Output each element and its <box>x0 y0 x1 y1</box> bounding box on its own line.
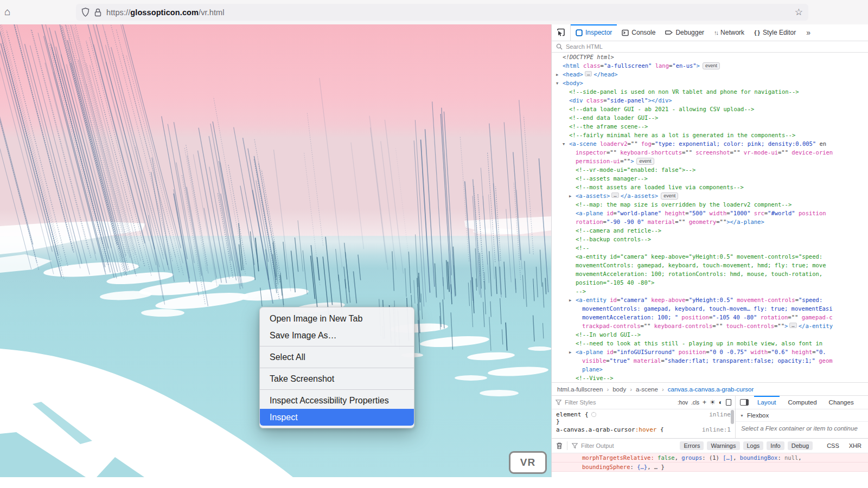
devtools-tab-console[interactable]: Console <box>617 24 660 41</box>
pseudo-class-toggle[interactable]: :hov <box>678 400 688 406</box>
collapsed-ellipsis[interactable]: … <box>585 71 592 76</box>
shield-icon[interactable] <box>81 8 90 17</box>
lock-icon[interactable] <box>94 8 101 17</box>
markup-line[interactable]: visible="true" material="shader:flat; tr… <box>552 356 868 365</box>
expand-arrow-icon[interactable]: ▶ <box>569 296 576 305</box>
console-level-logs[interactable]: Logs <box>743 441 764 450</box>
url-bar[interactable]: https://glossopticon.com/vr.html ☆ <box>76 4 808 21</box>
expand-arrow-icon[interactable]: ▶ <box>569 192 576 201</box>
menu-item-save-image-as[interactable]: Save Image As… <box>260 327 414 344</box>
console-error-line[interactable]: morphTargetsRelative: false, groups: (1)… <box>552 453 868 463</box>
markup-line[interactable]: trackpad-controls="" keyboard-controls="… <box>552 322 868 330</box>
markup-line[interactable]: movementAcceleration: 100; rotationContr… <box>552 269 868 278</box>
console-level-debug[interactable]: Debug <box>788 441 813 450</box>
markup-line[interactable]: ▶<a-assets>…</a-assets>event <box>552 191 868 200</box>
markup-line[interactable]: <!DOCTYPE html> <box>552 53 868 61</box>
filter-styles-input[interactable]: Filter Styles <box>565 399 596 406</box>
markup-line[interactable]: movementControls: gamepad, keyboard, tou… <box>552 304 868 313</box>
enter-vr-button[interactable]: VR <box>509 451 547 474</box>
markup-line[interactable]: ▶<a-plane id="infoGUISurround" position=… <box>552 348 868 356</box>
markup-line[interactable]: ▼<body> <box>552 79 868 87</box>
markup-line[interactable]: <!--the aframe scene--> <box>552 122 868 131</box>
breadcrumb-item[interactable]: body <box>612 386 626 393</box>
breadcrumb-item[interactable]: html.a-fullscreen <box>557 386 603 393</box>
event-badge[interactable]: event <box>661 192 678 200</box>
color-scheme-icon[interactable]: ◐ <box>719 399 723 406</box>
devtools-tab-inspector[interactable]: Inspector <box>571 24 617 41</box>
markup-line[interactable]: <!--vr-mode-ui="enabled: false">--> <box>552 165 868 174</box>
markup-line[interactable]: <!--camera and reticle--> <box>552 226 868 235</box>
markup-line[interactable]: ▶<a-entity id="camera" keep-above="yHeig… <box>552 296 868 304</box>
element-rule[interactable]: element {inline <box>552 409 735 418</box>
event-badge[interactable]: event <box>636 158 654 165</box>
event-badge[interactable]: event <box>703 62 720 69</box>
menu-item-select-all[interactable]: Select All <box>260 349 414 365</box>
flexbox-section-header[interactable]: ▼ Flexbox <box>736 409 868 422</box>
expand-arrow-icon[interactable]: ▶ <box>569 348 576 357</box>
sidebar-tab-layout[interactable]: Layout <box>752 396 782 409</box>
menu-item-open-image-new-tab[interactable]: Open Image in New Tab <box>260 310 414 327</box>
markup-line[interactable]: position="-105 40 -80"> <box>552 278 868 287</box>
markup-line[interactable]: <div class="side-panel"></div> <box>552 96 868 105</box>
markup-line[interactable]: <!--In world GUI--> <box>552 330 868 339</box>
sidebar-tab-computed[interactable]: Computed <box>783 396 822 409</box>
markup-line[interactable]: movementAcceleration: 100; " position="-… <box>552 313 868 322</box>
markup-line[interactable]: <!-- <box>552 243 868 252</box>
markup-line[interactable]: ▶<head>…</head> <box>552 70 868 79</box>
markup-line[interactable]: inspector="" keyboard-shortcuts="" scree… <box>552 148 868 157</box>
breadcrumb-item[interactable]: canvas.a-canvas.a-grab-cursor <box>668 386 754 393</box>
more-tabs-button[interactable]: » <box>802 24 815 41</box>
markup-line[interactable]: --> <box>552 287 868 296</box>
markup-line[interactable]: rotation="-90 -90 0" material="" geometr… <box>552 217 868 226</box>
console-type-xhr[interactable]: XHR <box>847 442 864 449</box>
menu-item-inspect-accessibility[interactable]: Inspect Accessibility Properties <box>260 392 414 409</box>
console-output[interactable]: morphTargetsRelative: false, groups: (1)… <box>552 453 868 472</box>
markup-line[interactable]: <!--fairly minimal here as a lot is gene… <box>552 131 868 139</box>
url-text[interactable]: https://glossopticon.com/vr.html <box>106 8 225 17</box>
hover-rule-clipped[interactable]: a-canvas.a-grab-cursor:hover {inline:1 <box>552 425 735 432</box>
add-rule-button[interactable]: + <box>703 399 706 406</box>
collapsed-ellipsis[interactable]: … <box>611 192 618 198</box>
markup-line[interactable]: <html class="a-fullscreen" lang="en-us">… <box>552 61 868 70</box>
markup-line[interactable]: <a-entity id="camera" keep-above="yHeigh… <box>552 252 868 261</box>
collapsed-ellipsis[interactable]: … <box>789 323 796 328</box>
markup-line[interactable]: <!--need to look at this still - playing… <box>552 339 868 348</box>
console-type-css[interactable]: CSS <box>825 442 841 449</box>
light-theme-icon[interactable]: ☀ <box>710 399 716 406</box>
devtools-tab-debugger[interactable]: Debugger <box>660 24 709 41</box>
print-media-icon[interactable] <box>726 399 731 406</box>
console-level-info[interactable]: Info <box>767 441 784 450</box>
markup-line[interactable]: <!--side-panel is used on non VR tablet … <box>552 87 868 96</box>
console-error-line[interactable]: boundingSphere: {…}, … } <box>552 463 868 472</box>
devtools-tab-style-editor[interactable]: { } Style Editor <box>749 24 801 41</box>
markup-view[interactable]: <!DOCTYPE html><html class="a-fullscreen… <box>552 53 868 382</box>
node-picker-button[interactable] <box>552 24 571 41</box>
markup-line[interactable]: <!--end data loader GUI--> <box>552 113 868 122</box>
markup-line[interactable]: plane> <box>552 365 868 374</box>
markup-line[interactable]: <a-plane id="world-plane" height="500" w… <box>552 209 868 217</box>
markup-line[interactable]: <!--assets manager--> <box>552 174 868 183</box>
bookmark-star-icon[interactable]: ☆ <box>795 7 803 18</box>
clear-console-trash-icon[interactable] <box>556 442 563 450</box>
console-level-errors[interactable]: Errors <box>680 441 704 450</box>
markup-line[interactable]: movementControls: gamepad, keyboard, tou… <box>552 261 868 269</box>
breadcrumb[interactable]: html.a-fullscreen›body›a-scene›canvas.a-… <box>552 382 868 396</box>
markup-line[interactable]: <!--backup controls--> <box>552 235 868 243</box>
menu-item-inspect[interactable]: Inspect <box>260 409 414 426</box>
markup-line[interactable]: <!--data loader GUI - ab 2021 - allowing… <box>552 105 868 113</box>
devtools-tab-network[interactable]: ↑↓ Network <box>709 24 749 41</box>
markup-line[interactable]: <!--Vive--> <box>552 374 868 382</box>
markup-line[interactable]: <!--most assets are loaded live via comp… <box>552 183 868 191</box>
markup-line[interactable]: <!--map: the map size is overridden by t… <box>552 200 868 209</box>
markup-line[interactable]: ▼<a-scene loaderv2="" fog="type: exponen… <box>552 139 868 148</box>
markup-line[interactable]: permission-ui="">event <box>552 157 868 165</box>
sidebar-toggle-icon[interactable] <box>740 399 749 406</box>
sidebar-tab-changes[interactable]: Changes <box>824 396 859 409</box>
menu-item-take-screenshot[interactable]: Take Screenshot <box>260 370 414 387</box>
rules-scrollbar[interactable] <box>731 410 734 424</box>
expand-arrow-icon[interactable]: ▼ <box>556 79 563 88</box>
console-level-warnings[interactable]: Warnings <box>707 441 739 450</box>
class-toggle[interactable]: .cls <box>691 400 699 406</box>
search-html-input[interactable]: Search HTML <box>552 41 868 53</box>
expand-arrow-icon[interactable]: ▼ <box>563 140 569 149</box>
